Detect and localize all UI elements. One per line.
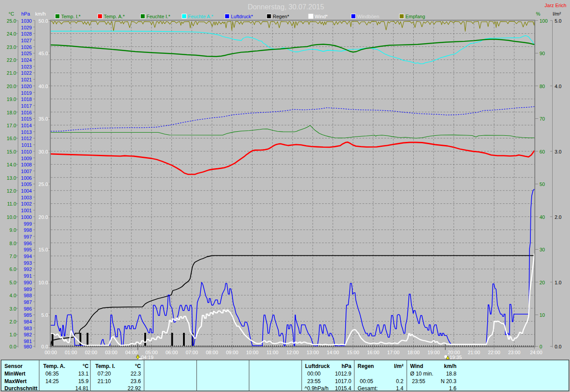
svg-text:09:00: 09:00: [226, 350, 238, 355]
svg-text:1007: 1007: [21, 169, 32, 174]
svg-text:°C: °C: [135, 363, 141, 369]
svg-text:1024: 1024: [21, 57, 32, 63]
svg-text:80: 80: [540, 84, 545, 89]
svg-text:45.0: 45.0: [39, 51, 48, 56]
svg-text:N 20.3: N 20.3: [441, 378, 457, 384]
svg-text:^0.9hPa/h: ^0.9hPa/h: [305, 385, 329, 392]
svg-text:%: %: [536, 11, 541, 16]
svg-text:1011: 1011: [21, 142, 32, 148]
svg-text:MaxWert: MaxWert: [4, 378, 27, 384]
svg-text:08:00: 08:00: [206, 350, 218, 355]
svg-text:40.0: 40.0: [39, 84, 48, 89]
svg-text:60: 60: [540, 149, 545, 154]
svg-text:982: 982: [24, 332, 32, 337]
svg-text:0.0: 0.0: [555, 344, 562, 349]
svg-text:30: 30: [540, 247, 545, 252]
svg-text:1004: 1004: [21, 188, 32, 194]
svg-text:Temp. A.*: Temp. A.*: [104, 14, 125, 19]
svg-text:0: 0: [540, 344, 542, 349]
svg-text:23:55: 23:55: [307, 378, 321, 384]
svg-text:20.0: 20.0: [39, 214, 48, 220]
svg-text:Luftdruck*: Luftdruck*: [231, 14, 253, 19]
svg-text:23.0: 23.0: [7, 44, 16, 50]
svg-text:30.0: 30.0: [39, 149, 48, 154]
svg-text:993: 993: [24, 260, 32, 266]
svg-text:16:00: 16:00: [367, 350, 379, 355]
svg-text:986: 986: [24, 306, 32, 311]
svg-text:13:00: 13:00: [306, 350, 319, 355]
svg-text:20: 20: [540, 280, 545, 285]
svg-text:24:00: 24:00: [530, 350, 542, 355]
svg-text:1001: 1001: [21, 208, 32, 213]
svg-text:35.0: 35.0: [39, 116, 48, 121]
svg-text:Feuchte A.*: Feuchte A.*: [188, 14, 214, 19]
svg-text:1027: 1027: [21, 38, 32, 43]
svg-text:hPa: hPa: [21, 11, 30, 16]
svg-text:1005: 1005: [21, 182, 32, 187]
svg-text:40: 40: [540, 214, 545, 220]
svg-text:1.0: 1.0: [9, 332, 16, 337]
svg-text:1.0: 1.0: [555, 280, 562, 285]
svg-text:20:00: 20:00: [448, 350, 460, 355]
svg-text:1017: 1017: [21, 103, 32, 109]
svg-text:14:25: 14:25: [45, 378, 59, 384]
svg-text:7.0: 7.0: [9, 254, 16, 259]
svg-text:70: 70: [540, 116, 545, 121]
svg-text:23:55: 23:55: [412, 378, 425, 384]
svg-text:15.9: 15.9: [78, 378, 89, 384]
svg-text:12:00: 12:00: [286, 350, 299, 355]
svg-text:4.0: 4.0: [9, 293, 16, 298]
svg-text:1019: 1019: [21, 90, 32, 96]
svg-text:km/h: km/h: [444, 363, 456, 369]
svg-text:17:00: 17:00: [387, 350, 399, 355]
svg-text:hPa: hPa: [342, 363, 351, 369]
svg-text:25.0: 25.0: [39, 182, 48, 187]
svg-text:0.0: 0.0: [41, 344, 48, 349]
svg-text:04:19: 04:19: [141, 355, 154, 360]
svg-text:50.0: 50.0: [39, 18, 48, 24]
svg-text:°C: °C: [83, 363, 89, 369]
svg-text:13.1: 13.1: [78, 371, 89, 377]
svg-text:15.0: 15.0: [39, 247, 48, 252]
svg-text:Durchschnitt: Durchschnitt: [4, 385, 37, 392]
svg-text:3.0: 3.0: [9, 306, 16, 311]
svg-text:9.0: 9.0: [9, 227, 16, 233]
svg-text:21.0: 21.0: [7, 70, 16, 76]
svg-text:90: 90: [540, 51, 545, 56]
svg-text:10:00: 10:00: [246, 350, 259, 355]
svg-text:1021: 1021: [21, 77, 32, 82]
svg-text:999: 999: [24, 221, 32, 226]
svg-text:1009: 1009: [21, 156, 32, 161]
svg-text:5.0: 5.0: [41, 312, 48, 318]
svg-text:1.6: 1.6: [449, 385, 456, 392]
svg-text:19:00: 19:00: [428, 350, 440, 355]
svg-text:23.6: 23.6: [130, 378, 141, 384]
svg-text:1.4: 1.4: [396, 385, 403, 392]
svg-text:Jarz Erich: Jarz Erich: [545, 3, 566, 8]
svg-text:Windböen: Windböen: [357, 14, 379, 19]
svg-text:11:00: 11:00: [266, 350, 278, 355]
svg-text:1018: 1018: [21, 97, 32, 102]
svg-text:Temp. A.: Temp. A.: [43, 363, 65, 369]
svg-text:Temp. I.: Temp. I.: [95, 363, 115, 369]
svg-text:12.0: 12.0: [7, 188, 16, 194]
svg-text:1012: 1012: [21, 136, 32, 141]
svg-text:04:00: 04:00: [125, 350, 138, 355]
svg-text:1020: 1020: [21, 84, 32, 89]
svg-text:50: 50: [540, 182, 545, 187]
svg-text:°C: °C: [8, 11, 14, 16]
svg-text:02:00: 02:00: [85, 350, 98, 355]
svg-text:0.2: 0.2: [396, 378, 403, 384]
svg-text:19.0: 19.0: [7, 97, 16, 102]
svg-text:Wind: Wind: [410, 363, 423, 369]
svg-text:980: 980: [24, 344, 32, 349]
svg-text:2.0: 2.0: [9, 319, 16, 324]
svg-text:15.0: 15.0: [7, 149, 16, 154]
svg-text:0.0: 0.0: [9, 344, 16, 349]
svg-text:16.0: 16.0: [7, 136, 16, 141]
svg-text:6.0: 6.0: [9, 267, 16, 272]
svg-text:1000: 1000: [21, 214, 32, 220]
svg-text:5.0: 5.0: [9, 280, 16, 285]
svg-text:987: 987: [24, 299, 32, 305]
svg-text:00:00: 00:00: [307, 371, 321, 377]
